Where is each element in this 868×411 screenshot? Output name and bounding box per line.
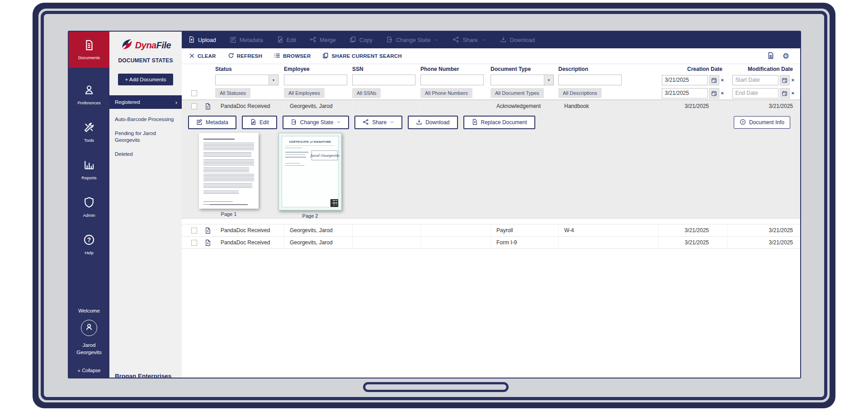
employee-filter-input[interactable] [284, 75, 347, 85]
rail-item-help[interactable]: ? Help [83, 234, 95, 255]
doc-type-chip[interactable]: All Document Types [491, 88, 544, 98]
primary-toolbar: Upload Metadata Edit Merge Copy [182, 32, 800, 48]
rail-item-admin[interactable]: Admin [83, 196, 95, 218]
state-item-deleted[interactable]: Deleted [109, 147, 182, 161]
page-thumbnail[interactable]: Page 1 [199, 133, 259, 217]
row-checkbox[interactable] [191, 240, 197, 246]
chevron-right-icon: › [175, 99, 177, 106]
text-block [203, 143, 254, 150]
upload-icon [188, 36, 195, 44]
rail-item-tools[interactable]: Tools [83, 121, 95, 143]
list-icon [274, 52, 280, 60]
state-item-auto-barcode[interactable]: Auto-Barcode Processing [109, 112, 182, 126]
refresh-button[interactable]: REFRESH [228, 52, 262, 60]
home-indicator [363, 382, 509, 392]
change-state-label: Change State [396, 37, 430, 43]
phone-filter-input[interactable] [420, 75, 484, 85]
export-report-button[interactable] [767, 52, 774, 61]
calendar-icon[interactable] [780, 88, 790, 98]
ssn-chip[interactable]: All SSNs [352, 88, 381, 98]
table-row[interactable]: PandaDoc Received Georgevits, Jarod Form… [182, 236, 800, 248]
merge-button[interactable]: Merge [310, 36, 335, 44]
upload-button[interactable]: Upload [188, 36, 216, 44]
doc-type-filter-select[interactable]: ▼ [491, 75, 554, 85]
status-filter-select[interactable]: ▼ [215, 75, 278, 85]
shield-icon [83, 196, 95, 210]
clear-date-icon[interactable]: × [791, 77, 795, 83]
toolbar-right-icons: ⚙ [767, 52, 789, 61]
panel-title: DOCUMENT STATES [109, 57, 182, 64]
state-list: Registered › Auto-Barcode Processing Pen… [109, 95, 182, 161]
row-download-button[interactable]: Download [408, 116, 458, 129]
user-avatar[interactable] [81, 320, 97, 336]
creation-date-from: × [658, 75, 727, 85]
modification-from-input[interactable] [732, 75, 778, 85]
creation-to-input[interactable] [662, 88, 708, 98]
dropdown-arrow-icon[interactable]: ▼ [269, 75, 278, 85]
row-share-button[interactable]: Share [354, 116, 402, 129]
row-change-state-button[interactable]: Change State [283, 116, 349, 129]
cell-doc-type: Acknowledgement [491, 100, 558, 112]
cell-ssn [352, 100, 420, 112]
share-button[interactable]: Share [453, 36, 486, 44]
search-toolbar: CLEAR REFRESH BROWSER SHARE CURRENT SEAR… [182, 48, 800, 64]
phone-chip[interactable]: All Phone Numbers [420, 88, 472, 98]
document-info-button[interactable]: ? Document Info [734, 116, 790, 129]
question-circle-icon: ? [83, 234, 95, 248]
page-thumbnail[interactable]: CERTIFICATE of SIGNATURE Jarod Geor [278, 133, 342, 219]
table-row[interactable]: PandaDoc Received Georgevits, Jarod Ackn… [182, 100, 800, 112]
rail-item-preferences[interactable]: Preferences [77, 84, 100, 105]
rail-item-documents[interactable]: Documents [69, 32, 109, 68]
row-checkbox[interactable] [191, 103, 197, 109]
description-chip[interactable]: All Descriptions [558, 88, 602, 98]
signature-line [203, 201, 233, 202]
filter-section: Status Employee SSN Phone Number Documen… [182, 64, 800, 100]
row-replace-document-button[interactable]: Replace Document [463, 116, 535, 129]
cell-modified: 3/21/2025 [727, 100, 800, 112]
add-documents-button[interactable]: + Add Documents [118, 74, 173, 85]
download-button[interactable]: Download [500, 36, 535, 44]
dropdown-arrow-icon[interactable]: ▼ [544, 75, 553, 85]
calendar-icon[interactable] [709, 75, 719, 85]
creation-from-input[interactable] [662, 75, 708, 85]
row-checkbox[interactable] [191, 228, 197, 234]
brand-part1: Dyna [135, 40, 156, 50]
browser-button[interactable]: BROWSER [274, 52, 311, 60]
rail-item-label: Reports [81, 175, 96, 180]
clear-button[interactable]: CLEAR [189, 53, 216, 60]
employee-chip[interactable]: All Employees [284, 88, 325, 98]
page1-preview [199, 133, 259, 209]
footer-line [210, 204, 248, 205]
status-chip[interactable]: All Statuses [215, 88, 250, 98]
modification-to-input[interactable] [732, 88, 778, 98]
text-block [203, 152, 251, 158]
description-filter-input[interactable] [558, 75, 622, 85]
settings-button[interactable]: ⚙ [783, 52, 789, 60]
cell-description [558, 237, 658, 248]
rail-item-reports[interactable]: Reports [81, 159, 96, 180]
share-current-search-label: SHARE CURRENT SEARCH [331, 53, 401, 59]
clear-date-icon[interactable]: × [721, 77, 724, 83]
select-all-checkbox[interactable] [191, 90, 197, 96]
row-metadata-button[interactable]: Metadata [188, 116, 236, 129]
calendar-icon[interactable] [709, 88, 719, 98]
rail-item-label: Admin [83, 213, 95, 218]
clear-date-icon[interactable]: × [721, 90, 724, 96]
merge-icon [310, 36, 316, 44]
text-block [203, 168, 249, 172]
state-item-pending[interactable]: Pending for Jarod Georgevits [109, 126, 182, 147]
column-header-creation-date: Creation Date [658, 66, 727, 73]
row-edit-button[interactable]: Edit [242, 116, 277, 129]
ssn-filter-input[interactable] [352, 75, 415, 85]
change-state-button[interactable]: Change State [386, 36, 439, 44]
table-row[interactable]: PandaDoc Received Georgevits, Jarod Payr… [182, 224, 800, 236]
state-item-registered[interactable]: Registered › [109, 95, 182, 109]
edit-button[interactable]: Edit [277, 36, 297, 44]
clear-date-icon[interactable]: × [791, 90, 795, 96]
metadata-button[interactable]: Metadata [230, 36, 263, 44]
document-info-label: Document Info [749, 119, 784, 126]
calendar-icon[interactable] [780, 75, 790, 85]
share-current-search-button[interactable]: SHARE CURRENT SEARCH [322, 52, 401, 60]
collapse-button[interactable]: « Collapse [78, 368, 101, 373]
copy-button[interactable]: Copy [349, 36, 373, 44]
